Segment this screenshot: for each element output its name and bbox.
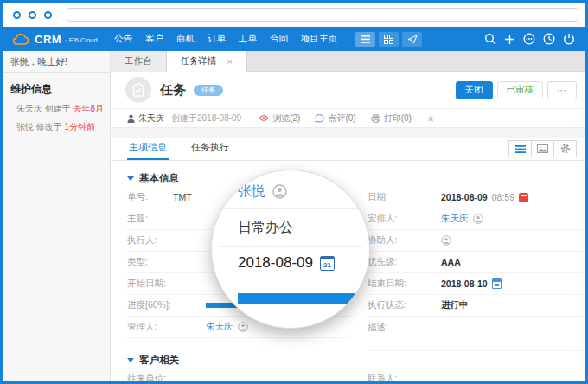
person-icon: [127, 114, 135, 123]
grid-icon: [384, 35, 393, 44]
list-layout-button[interactable]: [508, 140, 532, 157]
history-clock-icon[interactable]: [543, 33, 555, 45]
field-business-unit: 往来单位:: [127, 368, 350, 381]
lens-type-value: 日常办公: [238, 219, 293, 237]
task-type-badge: 任务: [194, 85, 223, 96]
lens-type-row: 日常办公: [238, 219, 293, 237]
power-icon[interactable]: [563, 33, 575, 45]
grid-view-button[interactable]: [379, 32, 399, 47]
menu-item-announcements[interactable]: 公告: [114, 33, 132, 45]
customer-left-column: 往来单位:: [127, 368, 350, 381]
lens-executor-row: 张悦: [238, 182, 287, 201]
settings-button[interactable]: [553, 140, 577, 157]
more-circle-icon[interactable]: [523, 33, 535, 45]
list-icon: [361, 35, 370, 43]
section-divider: [111, 128, 585, 138]
tab-workbench[interactable]: 工作台: [111, 51, 167, 72]
creator-name: 朱天庆: [138, 112, 164, 125]
list-view-button[interactable]: [355, 32, 375, 47]
field-label: 主题:: [127, 213, 173, 225]
field-date: 日期: 2018-08-09 08:59: [368, 187, 585, 208]
tab-task-detail[interactable]: 任务详情 ×: [167, 51, 247, 72]
modified-info-text: 张悦 修改于: [16, 122, 65, 131]
print-counter[interactable]: 打印(0): [371, 112, 412, 125]
field-priority: 优先级: AAA: [368, 252, 585, 273]
calendar-blue-icon[interactable]: [492, 278, 502, 289]
field-label: 执行人:: [127, 234, 173, 246]
url-bar[interactable]: [67, 8, 578, 22]
menu-item-customers[interactable]: 客户: [145, 33, 163, 45]
form-right-column: 日期: 2018-08-09 08:59 安排人: 朱天庆: [350, 187, 585, 351]
lens-divider: [219, 208, 362, 209]
field-label: 类型:: [127, 256, 173, 268]
subtab-main-info[interactable]: 主项信息: [127, 141, 169, 160]
magnifier-lens: 张悦 日常办公 2018-08-09 21: [211, 170, 370, 329]
date-value: 2018-08-09: [441, 192, 488, 202]
created-info-line: 朱天庆 创建于 去年8月: [16, 103, 110, 115]
avatar-icon[interactable]: [441, 235, 451, 246]
list-icon: [515, 145, 526, 153]
image-icon: [537, 144, 548, 153]
arranger-link[interactable]: 朱天庆: [441, 213, 469, 225]
reviewed-button[interactable]: 已审核: [497, 81, 544, 99]
plus-icon[interactable]: [504, 34, 515, 45]
views-label: 浏览(2): [272, 112, 300, 125]
window-control-icon[interactable]: [29, 11, 36, 19]
greeting-text: 张悦，晚上好!: [3, 51, 110, 73]
avatar-icon[interactable]: [238, 322, 248, 332]
modified-info-line: 张悦 修改于 1分钟前: [16, 121, 110, 133]
tab-close-icon[interactable]: ×: [227, 56, 233, 67]
gallery-layout-button[interactable]: [531, 140, 554, 157]
window-control-icon[interactable]: [44, 11, 52, 19]
brand-name: CRM: [35, 33, 61, 46]
created-date-text: 创建于2018-08-09: [171, 112, 241, 125]
collapse-triangle-icon: [127, 176, 134, 181]
task-header: 任务 任务 关闭 已审核 ⋯: [111, 72, 585, 108]
end-date-value: 2018-08-10: [441, 278, 488, 289]
browser-chrome: [3, 3, 585, 27]
comments-counter[interactable]: 点评(0): [315, 112, 355, 125]
brand-logo[interactable]: CRM · E/6 Cloud: [12, 33, 114, 46]
status-value: 进行中: [441, 299, 469, 311]
close-task-button[interactable]: 关闭: [456, 81, 493, 99]
lens-executor-name: 张悦: [238, 182, 265, 201]
search-icon[interactable]: [484, 33, 496, 45]
paper-plane-icon: [407, 35, 418, 44]
nav-right-icons: [484, 33, 575, 45]
clipboard-check-icon: [132, 83, 144, 97]
field-label: 优先级:: [368, 256, 441, 268]
field-contact: 联系人:: [368, 368, 585, 381]
menu-item-orders[interactable]: 订单: [208, 33, 226, 45]
field-label: 开始日期:: [127, 278, 173, 290]
field-label: 结束日期:: [368, 278, 441, 290]
maintenance-info-title: 维护信息: [10, 82, 110, 97]
window-control-icon[interactable]: [13, 11, 21, 19]
menu-item-contracts[interactable]: 合同: [270, 33, 288, 45]
lens-date-row: 2018-08-09 21: [238, 254, 335, 272]
customer-section-header[interactable]: 客户相关: [127, 351, 585, 368]
comments-label: 点评(0): [328, 112, 355, 125]
send-button[interactable]: [402, 32, 422, 47]
manager-link[interactable]: 朱天庆: [206, 321, 233, 333]
menu-item-work-orders[interactable]: 工单: [239, 33, 257, 45]
page-title: 任务: [160, 82, 186, 99]
customer-section-title: 客户相关: [139, 354, 179, 367]
creator-item[interactable]: 朱天庆: [127, 112, 164, 125]
menu-item-opportunities[interactable]: 商机: [176, 33, 195, 45]
menu-item-project-home[interactable]: 项目主页: [301, 33, 337, 45]
subtab-task-execution[interactable]: 任务执行: [189, 141, 231, 160]
subtab-bar: 主项信息 任务执行: [111, 138, 585, 161]
views-counter[interactable]: 浏览(2): [259, 112, 300, 125]
basic-info-section-header[interactable]: 基本信息: [127, 170, 585, 187]
calendar-day: 21: [323, 260, 331, 270]
star-icon[interactable]: ★: [426, 112, 436, 125]
task-meta-row: 朱天庆 创建于2018-08-09 浏览(2) 点评(0): [111, 108, 585, 128]
more-actions-button[interactable]: ⋯: [547, 81, 577, 99]
field-label: 单号:: [127, 191, 173, 203]
lens-divider: [219, 246, 362, 247]
calendar-red-icon[interactable]: [519, 193, 528, 202]
view-toolbar: [509, 140, 577, 157]
calendar-picker-icon: 21: [320, 256, 335, 271]
lens-divider: [219, 285, 362, 285]
avatar-icon[interactable]: [473, 214, 483, 224]
